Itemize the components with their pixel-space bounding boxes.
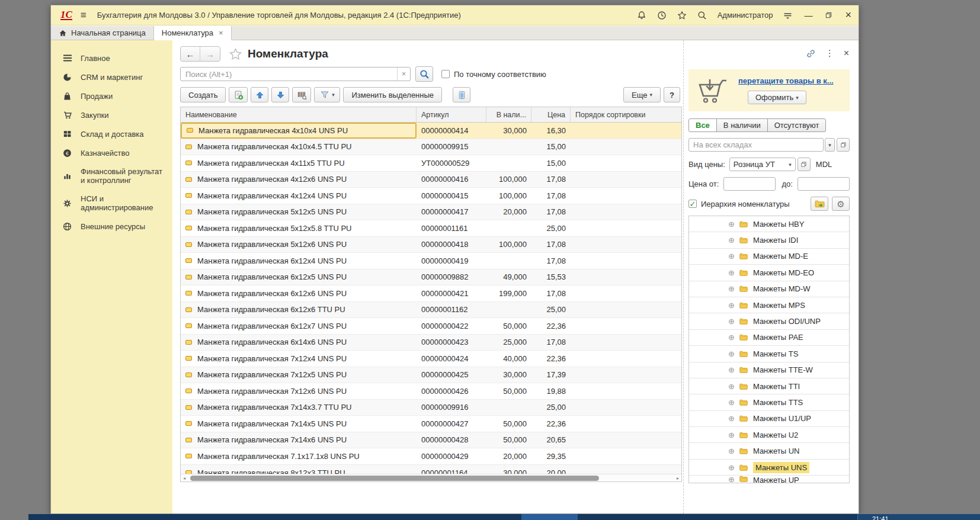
current-user[interactable]: Администратор (718, 11, 773, 20)
more-actions-icon[interactable]: ⋮ (825, 48, 834, 59)
table-row[interactable]: Манжета гидравлическая 6x12x5 UNS PU0000… (181, 269, 681, 286)
notifications-bell-icon[interactable] (637, 10, 647, 20)
forward-button[interactable]: → (200, 47, 220, 61)
tree-item[interactable]: ⊕Манжеты ODI/UNP (689, 313, 849, 329)
scrollbar-thumb[interactable] (190, 476, 599, 481)
table-row[interactable]: Манжета гидравлическая 4x11x5 TTU PUУТ00… (181, 155, 681, 172)
expand-icon[interactable]: ⊕ (728, 476, 735, 483)
tab-nomenclature[interactable]: Номенклатура × (154, 26, 232, 40)
search-clear-icon[interactable]: × (397, 68, 410, 81)
close-button[interactable]: × (844, 9, 853, 21)
expand-icon[interactable]: ⊕ (728, 220, 735, 228)
report-list-button[interactable] (453, 87, 470, 102)
table-row[interactable]: Манжета гидравлическая 6x14x6 UNS PU0000… (181, 335, 681, 351)
price-type-combobox[interactable]: Розница УТ ▾ (729, 158, 796, 171)
tree-item[interactable]: ⊕Манжеты U1/UP (689, 411, 849, 427)
price-from-input[interactable] (723, 177, 776, 191)
table-row[interactable]: Манжета гидравлическая 7x12x6 UNS PU0000… (181, 383, 681, 400)
sidebar-item-glavnoe[interactable]: Главное (51, 49, 172, 68)
tree-item[interactable]: ⊕Манжеты TTS (689, 394, 849, 410)
table-row[interactable]: Манжета гидравлическая 5x12x5 UNS PU0000… (181, 204, 681, 221)
drag-items-link[interactable]: перетащите товары в к... (738, 76, 834, 85)
expand-icon[interactable]: ⊕ (728, 317, 735, 325)
column-header-qty[interactable]: В нали... (486, 107, 531, 122)
search-icon[interactable] (697, 10, 707, 20)
tab-home-page[interactable]: Начальная страница (51, 26, 154, 40)
warehouse-choose-icon[interactable] (837, 138, 850, 152)
sidebar-item-finrezultat[interactable]: Финансовый результат и контроллинг (51, 162, 172, 190)
add-to-favorites-star-icon[interactable] (229, 47, 242, 61)
tree-item[interactable]: ⊕Манжеты MD-E (689, 249, 849, 265)
hierarchy-checkbox[interactable] (688, 200, 697, 208)
table-row[interactable]: Манжета гидравлическая 7x14x6 UNS PU0000… (181, 432, 681, 449)
expand-icon[interactable]: ⊕ (728, 285, 735, 293)
expand-icon[interactable]: ⊕ (728, 447, 735, 455)
expand-icon[interactable]: ⊕ (728, 301, 735, 309)
taskbar-tray[interactable]: 21:41 (857, 514, 980, 520)
expand-icon[interactable]: ⊕ (728, 464, 735, 471)
table-row[interactable]: Манжета гидравлическая 7x12x5 UNS PU0000… (181, 367, 681, 384)
warehouse-dropdown-icon[interactable]: ▾ (825, 138, 835, 152)
os-taskbar[interactable]: 21:41 (28, 514, 980, 520)
minimize-button[interactable]: — (803, 11, 814, 20)
stock-filter-option-0[interactable]: Все (688, 118, 717, 132)
table-row[interactable]: Манжета гидравлическая 6x12x6 TTU PU0000… (181, 302, 681, 319)
sidebar-item-sklad[interactable]: Склад и доставка (51, 124, 172, 143)
expand-icon[interactable]: ⊕ (728, 333, 735, 341)
column-header-sku[interactable]: Артикул (417, 107, 486, 122)
expand-icon[interactable]: ⊕ (728, 366, 735, 374)
sidebar-item-nsi[interactable]: НСИ и администрирование (51, 190, 172, 217)
favorites-star-icon[interactable] (677, 10, 687, 20)
tree-item[interactable]: ⊕Манжеты TTI (689, 378, 849, 394)
table-row[interactable]: Манжета гидравлическая 7x14x3.7 TTU PU00… (181, 400, 681, 416)
service-menu-icon[interactable] (783, 10, 793, 20)
tree-item[interactable]: ⊕Манжеты MD-W (689, 281, 849, 297)
table-row[interactable]: Манжета гидравлическая 4x10x4.5 TTU PU00… (181, 139, 681, 156)
tab-close-icon[interactable]: × (219, 28, 223, 37)
tree-item[interactable]: ⊕Манжеты IDI (689, 232, 849, 248)
stock-filter-option-2[interactable]: Отсутствуют (767, 118, 827, 132)
expand-icon[interactable]: ⊕ (728, 415, 735, 422)
close-panel-icon[interactable]: × (844, 48, 849, 59)
price-type-choose-icon[interactable] (798, 158, 811, 171)
main-menu-icon[interactable]: ≡ (81, 9, 87, 21)
table-row[interactable]: Манжета гидравлическая 7x14x5 UNS PU0000… (181, 416, 681, 432)
taskbar-active-app[interactable] (521, 514, 578, 520)
warehouse-input[interactable] (688, 138, 824, 152)
expand-icon[interactable]: ⊕ (728, 252, 735, 260)
table-row[interactable]: Манжета гидравлическая 7x12x4 UNS PU0000… (181, 351, 681, 367)
table-row[interactable]: Манжета гидравлическая 4x10x4 UNS PU0000… (181, 123, 681, 139)
history-icon[interactable] (657, 10, 667, 20)
table-row[interactable]: Манжета гидравлическая 4x12x4 UNS PU0000… (181, 188, 681, 204)
column-header-price[interactable]: Цена (531, 107, 571, 122)
scroll-left-icon[interactable]: ◂ (183, 476, 185, 481)
expand-icon[interactable]: ⊕ (728, 431, 735, 439)
get-link-icon[interactable] (806, 49, 816, 59)
tree-item[interactable]: ⊕Манжеты TTE-W (689, 362, 849, 378)
barcode-scan-button[interactable] (292, 87, 311, 102)
back-button[interactable]: ← (181, 47, 200, 61)
expand-icon[interactable]: ⊕ (728, 350, 735, 358)
move-up-button[interactable] (251, 87, 268, 102)
cart-dropzone[interactable]: перетащите товары в к... Оформить▾ (688, 69, 850, 111)
table-row[interactable]: Манжета гидравлическая 6x12x6 UNS PU0000… (181, 285, 681, 302)
expand-icon[interactable]: ⊕ (728, 399, 735, 406)
expand-icon[interactable]: ⊕ (728, 383, 735, 390)
checkout-button[interactable]: Оформить▾ (748, 91, 806, 104)
price-to-input[interactable] (798, 177, 850, 191)
help-button[interactable]: ? (664, 87, 680, 102)
tree-item[interactable]: ⊕Манжеты UP (689, 476, 849, 483)
tree-item[interactable]: ⊕Манжеты HBY (689, 216, 849, 232)
create-button[interactable]: Создать (180, 87, 226, 102)
tree-item[interactable]: ⊕Манжеты TS (689, 346, 849, 362)
column-header-sort-order[interactable]: Порядок сортировки (571, 107, 681, 122)
restore-button[interactable] (824, 10, 834, 20)
table-row[interactable]: Манжета гидравлическая 4x12x6 UNS PU0000… (181, 172, 681, 188)
sidebar-item-vneshnie[interactable]: Внешние ресурсы (51, 217, 172, 236)
table-row[interactable]: Манжета гидравлическая 5x12x5.8 TTU PU00… (181, 220, 681, 237)
tree-item[interactable]: ⊕Манжеты PAE (689, 330, 849, 346)
search-button[interactable] (415, 66, 433, 82)
tree-item[interactable]: ⊕Манжеты UNS (689, 460, 849, 476)
stock-filter-option-1[interactable]: В наличии (716, 118, 768, 132)
sidebar-item-prodazhi[interactable]: Продажи (51, 86, 172, 105)
